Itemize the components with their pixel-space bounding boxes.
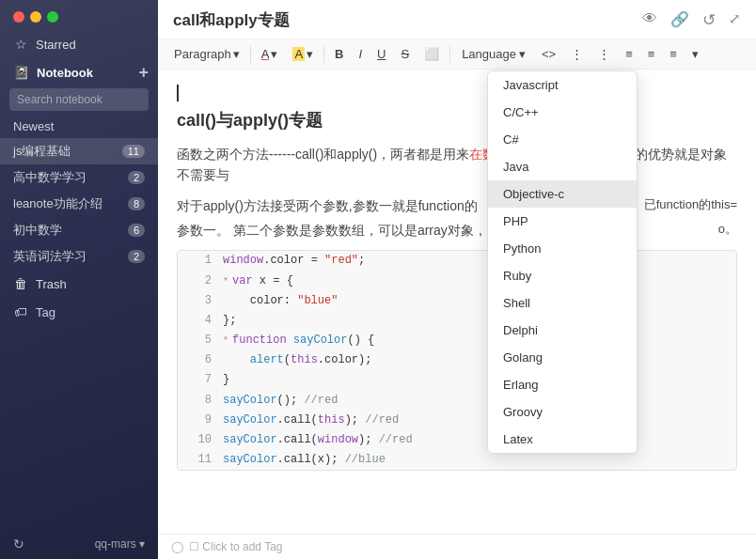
title-bar-icons: 👁 🔗 ↺ ⤢ [642, 10, 741, 30]
add-notebook-button[interactable]: + [138, 64, 149, 81]
code-line-9: 9 sayColor.call(this); //red [178, 411, 736, 430]
editor-area[interactable]: call()与apply()专题 函数之两个方法------call()和app… [158, 70, 756, 534]
language-dropdown-button[interactable]: Language ▾ [454, 44, 533, 64]
tag-icon: 🏷 [13, 304, 28, 319]
align-center-button[interactable]: ≡ [641, 44, 662, 64]
refresh-icon[interactable]: ↻ [13, 536, 24, 551]
undo-icon[interactable]: ↺ [702, 10, 716, 30]
list-ul-icon: ⋮ [571, 47, 583, 61]
lang-item-c[interactable]: C/C++ [488, 99, 637, 126]
collapse-arrow-2[interactable]: ▾ [223, 272, 228, 287]
lang-item-python[interactable]: Python [488, 235, 637, 262]
lang-item-javascript[interactable]: Javascript [488, 71, 637, 99]
code-line-6: 6 alert(this.color); [178, 350, 736, 370]
code-inline-label: <> [542, 47, 556, 61]
sidebar-item-math-high[interactable]: 高中数学学习 2 [0, 164, 158, 191]
font-bg-button[interactable]: A ▾ [286, 44, 320, 64]
bold-button[interactable]: B [328, 44, 350, 64]
footer-tag-hint[interactable]: ☐ Click to add Tag [189, 540, 283, 553]
lang-item-erlang[interactable]: Erlang [488, 371, 637, 398]
toolbar: Paragraph ▾ A ▾ A ▾ B I U S ⬜ Language [158, 39, 756, 70]
underline-button[interactable]: U [370, 44, 392, 64]
lang-item-php[interactable]: PHP [488, 208, 637, 235]
code-line-7: 7 } [178, 370, 736, 390]
more-icon: ▾ [692, 47, 699, 61]
nb-badge-math-high: 2 [128, 171, 145, 184]
code-line-4: 4 }; [178, 311, 736, 331]
collapse-arrow-5[interactable]: ▾ [223, 332, 228, 347]
lang-item-shell[interactable]: Shell [488, 289, 637, 317]
bold-label: B [335, 47, 343, 61]
list-ol-button[interactable]: ⋮ [591, 44, 617, 64]
link-icon[interactable]: 🔗 [670, 10, 689, 30]
font-color-button[interactable]: A ▾ [255, 44, 285, 64]
eye-icon[interactable]: 👁 [642, 10, 657, 30]
main-panel: call和apply专题 👁 🔗 ↺ ⤢ Paragraph ▾ A ▾ A ▾… [158, 0, 756, 559]
strike-button[interactable]: S [394, 44, 416, 64]
code-line-2: 2 ▾ var x = { [178, 272, 736, 291]
align-right-button[interactable]: ≡ [663, 44, 684, 64]
lang-item-delphi[interactable]: Delphi [488, 317, 637, 344]
code-inline-button[interactable]: <> [535, 44, 562, 64]
sidebar-item-starred[interactable]: ☆ Starred [0, 30, 158, 58]
sidebar-notebook-header: 📓 Notebook + [0, 58, 158, 83]
trash-icon: 🗑 [13, 276, 28, 291]
search-input[interactable] [9, 88, 149, 111]
lang-item-java[interactable]: Java [488, 153, 637, 180]
align-left-button[interactable]: ≡ [619, 44, 639, 64]
sidebar-item-js[interactable]: js编程基础 11 [0, 138, 158, 164]
toolbar-sep-1 [250, 46, 251, 63]
sidebar-bottom: ↻ qq-mars ▾ [0, 529, 158, 559]
image-icon: ⬜ [424, 47, 439, 61]
language-dropdown-menu: Javascript C/C++ C# Java Objective-c PHP… [487, 70, 638, 454]
sidebar-item-trash[interactable]: 🗑 Trash [0, 270, 158, 298]
more-button[interactable]: ▾ [685, 44, 705, 64]
font-color-label: A [261, 47, 270, 61]
sidebar-item-tag[interactable]: 🏷 Tag [0, 298, 158, 326]
strike-label: S [401, 47, 409, 61]
sidebar-starred-label: Starred [36, 38, 76, 52]
nb-badge-js: 11 [122, 145, 145, 158]
lang-item-golang[interactable]: Golang [488, 344, 637, 371]
page-title: call和apply专题 [173, 9, 290, 31]
nb-badge-english: 2 [128, 250, 145, 263]
align-right-icon: ≡ [669, 47, 677, 61]
paragraph-chevron: ▾ [233, 47, 240, 61]
toolbar-sep-3 [449, 46, 450, 63]
user-menu[interactable]: qq-mars ▾ [95, 537, 145, 551]
paragraph-dropdown[interactable]: Paragraph ▾ [167, 44, 246, 64]
paragraph-label: Paragraph [174, 47, 231, 61]
nb-name-math-mid: 初中数学 [13, 222, 62, 239]
sidebar-item-newest[interactable]: Newest [0, 115, 158, 138]
traffic-maximize[interactable] [47, 11, 58, 23]
traffic-close[interactable] [13, 11, 24, 23]
sidebar: ☆ Starred 📓 Notebook + Newest js编程基础 11 … [0, 0, 158, 559]
traffic-minimize[interactable] [30, 11, 41, 23]
sidebar-item-english[interactable]: 英语词法学习 2 [0, 243, 158, 270]
editor-heading: call()与apply()专题 [177, 107, 737, 134]
lang-item-groovy[interactable]: Groovy [488, 398, 637, 426]
star-icon: ☆ [13, 37, 28, 52]
sidebar-tag-label: Tag [36, 305, 55, 319]
nb-badge-leanote: 8 [128, 197, 145, 210]
editor-para2: 对于apply()方法接受两个参数,参数一就是function的 已functi… [177, 195, 737, 216]
image-button[interactable]: ⬜ [417, 44, 446, 64]
expand-icon[interactable]: ⤢ [729, 10, 741, 30]
lang-item-latex[interactable]: Latex [488, 426, 637, 453]
font-bg-label: A [292, 47, 305, 61]
list-ul-button[interactable]: ⋮ [564, 44, 590, 64]
code-line-1: 1 window.color = "red"; [178, 251, 736, 271]
lang-item-objc[interactable]: Objective-c [488, 180, 637, 208]
sidebar-item-leanote[interactable]: leanote功能介绍 8 [0, 191, 158, 217]
editor-para1: 函数之两个方法------call()和apply()，两者都是用来在数据内th… [177, 144, 737, 186]
code-line-8: 8 sayColor(); //red [178, 391, 736, 411]
italic-button[interactable]: I [352, 44, 369, 64]
underline-label: U [377, 47, 386, 61]
sidebar-item-math-mid[interactable]: 初中数学 6 [0, 217, 158, 243]
language-chevron: ▾ [519, 47, 526, 61]
title-bar: call和apply专题 👁 🔗 ↺ ⤢ [158, 0, 756, 39]
lang-item-csharp[interactable]: C# [488, 126, 637, 153]
bookmark-icon: ◯ [171, 540, 183, 553]
lang-item-ruby[interactable]: Ruby [488, 262, 637, 289]
cursor [177, 85, 737, 101]
